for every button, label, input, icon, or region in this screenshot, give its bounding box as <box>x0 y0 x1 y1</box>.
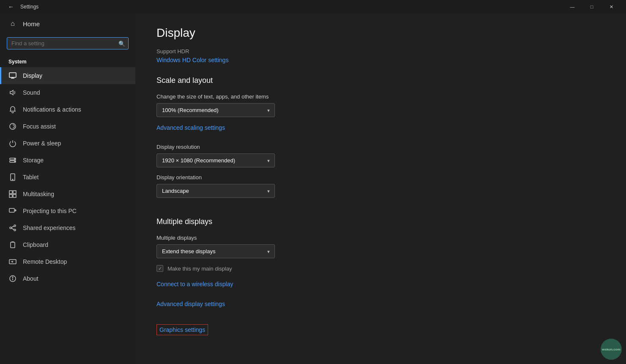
sidebar-item-label-storage: Storage <box>23 157 44 164</box>
sidebar-item-about[interactable]: About <box>0 270 135 287</box>
sidebar-item-label-power: Power & sleep <box>23 140 61 147</box>
sidebar-item-notifications[interactable]: Notifications & actions <box>0 101 135 118</box>
resolution-label: Display resolution <box>156 144 605 150</box>
svg-rect-13 <box>13 194 16 197</box>
titlebar: ← Settings — □ ✕ <box>0 0 626 14</box>
about-icon <box>8 274 17 283</box>
sidebar-item-label-clipboard: Clipboard <box>23 241 48 248</box>
resolution-dropdown-wrapper: 1920 × 1080 (Recommended) 1280 × 1024 10… <box>156 153 275 167</box>
nav-items: DisplaySoundNotifications & actionsFocus… <box>0 67 135 287</box>
page-title: Display <box>156 26 605 40</box>
sidebar-item-storage[interactable]: Storage <box>0 152 135 169</box>
home-icon: ⌂ <box>8 19 17 28</box>
sidebar-item-label-about: About <box>23 275 38 282</box>
tablet-icon <box>8 173 17 181</box>
orientation-dropdown-wrapper: Landscape Portrait Landscape (flipped) P… <box>156 184 275 198</box>
sidebar-item-label-multitasking: Multitasking <box>23 191 54 197</box>
scale-setting-label: Change the size of text, apps, and other… <box>156 93 605 100</box>
wireless-display-link[interactable]: Connect to a wireless display <box>156 281 233 287</box>
svg-point-6 <box>14 159 15 159</box>
storage-icon <box>8 156 17 164</box>
sidebar-item-label-sound: Sound <box>23 89 40 96</box>
sidebar-item-multitasking[interactable]: Multitasking <box>0 186 135 203</box>
sidebar-item-focus[interactable]: Focus assist <box>0 118 135 135</box>
multiple-displays-dropdown-wrapper: Extend these displays Duplicate these di… <box>156 244 275 258</box>
projecting-icon <box>8 207 17 215</box>
remote-icon <box>8 257 17 266</box>
power-icon <box>8 139 17 148</box>
clipboard-icon <box>8 241 17 249</box>
system-section-label: System <box>0 55 135 67</box>
watermark: wskun.com <box>601 339 622 360</box>
svg-rect-12 <box>9 194 12 197</box>
main-display-row: Make this my main display <box>156 265 605 272</box>
hdr-settings-link[interactable]: Windows HD Color settings <box>156 57 228 63</box>
sidebar-item-label-projecting: Projecting to this PC <box>23 208 77 214</box>
svg-rect-14 <box>9 208 14 212</box>
display-icon <box>8 71 17 80</box>
svg-rect-10 <box>9 191 12 194</box>
sidebar-item-label-shared: Shared experiences <box>23 224 76 231</box>
multiple-displays-dropdown[interactable]: Extend these displays Duplicate these di… <box>156 244 275 258</box>
svg-point-17 <box>14 229 16 231</box>
svg-point-7 <box>14 161 15 161</box>
main-display-checkbox[interactable] <box>156 265 163 272</box>
sidebar-item-tablet[interactable]: Tablet <box>0 169 135 186</box>
sidebar-item-display[interactable]: Display <box>0 67 135 84</box>
notifications-icon <box>8 105 17 114</box>
svg-point-16 <box>10 227 11 229</box>
sidebar-item-label-remote: Remote Desktop <box>23 258 67 265</box>
sound-icon <box>8 88 17 97</box>
watermark-text: wskun.com <box>602 348 621 351</box>
svg-rect-11 <box>13 191 16 194</box>
graphics-settings-link[interactable]: Graphics settings <box>156 324 208 335</box>
sidebar-item-clipboard[interactable]: Clipboard <box>0 236 135 253</box>
sidebar: ⌂ Home 🔍 System DisplaySoundNotification… <box>0 14 135 364</box>
home-nav-item[interactable]: ⌂ Home <box>0 14 135 34</box>
sidebar-item-shared[interactable]: Shared experiences <box>0 219 135 236</box>
svg-point-3 <box>10 123 16 129</box>
app-title: Settings <box>20 4 563 10</box>
content-area: Display Support HDR Windows HD Color set… <box>135 14 626 364</box>
sidebar-item-sound[interactable]: Sound <box>0 84 135 101</box>
sidebar-item-projecting[interactable]: Projecting to this PC <box>0 203 135 219</box>
maximize-button[interactable]: □ <box>582 0 601 14</box>
main-display-label: Make this my main display <box>167 265 232 272</box>
back-button[interactable]: ← <box>5 1 17 13</box>
sidebar-item-label-display: Display <box>23 72 42 79</box>
multiple-displays-label: Multiple displays <box>156 235 605 241</box>
multiple-displays-section-title: Multiple displays <box>156 217 605 226</box>
home-label: Home <box>23 20 40 27</box>
sidebar-item-label-focus: Focus assist <box>23 123 56 130</box>
focus-icon <box>8 122 17 131</box>
sidebar-item-label-notifications: Notifications & actions <box>23 106 81 113</box>
resolution-dropdown[interactable]: 1920 × 1080 (Recommended) 1280 × 1024 10… <box>156 153 275 167</box>
shared-icon <box>8 224 17 232</box>
advanced-scaling-link[interactable]: Advanced scaling settings <box>156 124 225 131</box>
app-container: ⌂ Home 🔍 System DisplaySoundNotification… <box>0 14 626 364</box>
close-button[interactable]: ✕ <box>601 0 621 14</box>
orientation-dropdown[interactable]: Landscape Portrait Landscape (flipped) P… <box>156 184 275 198</box>
svg-rect-0 <box>9 73 16 77</box>
scale-section-title: Scale and layout <box>156 76 605 85</box>
search-icon: 🔍 <box>118 40 125 47</box>
search-wrapper: 🔍 <box>7 37 129 49</box>
scale-dropdown-wrapper: 100% (Recommended) 125% 150% 175% ▾ <box>156 103 275 117</box>
advanced-display-link[interactable]: Advanced display settings <box>156 301 225 307</box>
sidebar-item-power[interactable]: Power & sleep <box>0 135 135 152</box>
window-controls: — □ ✕ <box>563 0 621 14</box>
svg-point-26 <box>12 277 13 278</box>
support-hdr-label: Support HDR <box>156 48 605 55</box>
svg-line-18 <box>11 226 14 227</box>
sidebar-item-label-tablet: Tablet <box>23 174 38 181</box>
svg-rect-20 <box>11 242 15 248</box>
search-input[interactable] <box>7 37 129 49</box>
multitasking-icon <box>8 190 17 198</box>
sidebar-item-remote[interactable]: Remote Desktop <box>0 253 135 270</box>
minimize-button[interactable]: — <box>563 0 582 14</box>
svg-line-19 <box>11 228 14 230</box>
svg-point-9 <box>12 179 13 180</box>
scale-dropdown[interactable]: 100% (Recommended) 125% 150% 175% <box>156 103 275 117</box>
search-container: 🔍 <box>0 34 135 55</box>
svg-point-15 <box>14 225 16 227</box>
